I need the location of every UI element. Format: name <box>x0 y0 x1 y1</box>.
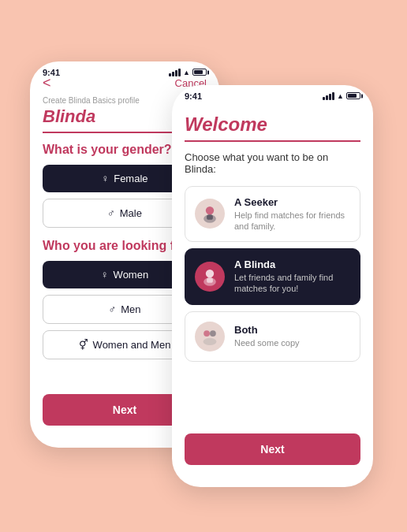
phone-front: 9:41 ▲ Welcome Choose what you want to b… <box>172 85 373 487</box>
svg-rect-2 <box>207 215 213 221</box>
svg-point-0 <box>206 206 214 214</box>
svg-point-3 <box>206 270 214 277</box>
both-avatar-icon <box>200 326 220 347</box>
seeker-card[interactable]: A Seeker Help find matches for friends a… <box>185 186 360 243</box>
women-icon: ♀ <box>101 269 109 281</box>
welcome-title: Welcome <box>185 113 360 142</box>
seeker-avatar-icon <box>200 203 220 224</box>
status-icons-front: ▲ <box>323 92 360 100</box>
blinda-avatar-icon <box>200 266 220 287</box>
blinda-card[interactable]: A Blinda Let friends and family find mat… <box>185 248 360 305</box>
next-button-front[interactable]: Next <box>185 433 360 465</box>
status-icons-back: ▲ <box>169 69 207 76</box>
time-front: 9:41 <box>185 91 202 101</box>
svg-point-7 <box>210 330 216 337</box>
both-info: Both Need some copy <box>234 324 350 348</box>
svg-rect-5 <box>207 277 213 283</box>
men-icon: ♂ <box>108 303 116 315</box>
back-button[interactable]: < <box>43 75 51 91</box>
seeker-avatar <box>195 199 225 229</box>
front-phone-content: Welcome Choose what you want to be on Bl… <box>172 104 373 374</box>
women-men-icon: ⚥ <box>79 339 88 351</box>
blinda-name: A Blinda <box>234 259 350 270</box>
both-avatar <box>195 322 225 352</box>
choose-text: Choose what you want to be on Blinda: <box>185 151 360 175</box>
wifi-icon-front: ▲ <box>337 92 344 100</box>
signal-icon-front <box>323 92 334 100</box>
female-icon: ♀ <box>101 173 109 184</box>
blinda-desc: Let friends and family find matches for … <box>234 272 350 295</box>
wifi-icon-back: ▲ <box>183 69 190 76</box>
svg-point-6 <box>204 330 210 337</box>
both-card[interactable]: Both Need some copy <box>185 311 360 362</box>
seeker-desc: Help find matches for friends and family… <box>234 210 350 233</box>
seeker-info: A Seeker Help find matches for friends a… <box>234 196 350 233</box>
blinda-info: A Blinda Let friends and family find mat… <box>234 259 350 295</box>
seeker-name: A Seeker <box>234 196 350 208</box>
blinda-avatar <box>195 262 225 292</box>
svg-point-8 <box>204 338 217 345</box>
phones-container: 9:41 ▲ < Cancel Create Blinda Basics <box>22 22 385 511</box>
battery-icon-front <box>346 92 360 99</box>
both-desc: Need some copy <box>234 337 350 348</box>
battery-icon-back <box>192 69 207 76</box>
status-bar-front: 9:41 ▲ <box>172 85 373 104</box>
signal-icon-back <box>169 69 181 76</box>
both-name: Both <box>234 324 350 336</box>
male-icon: ♂ <box>107 207 115 219</box>
